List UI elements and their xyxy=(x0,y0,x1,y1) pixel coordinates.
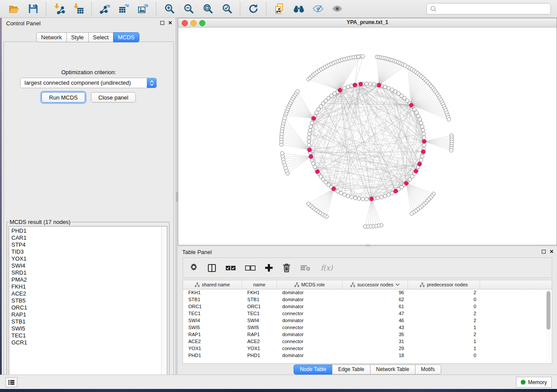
network-node[interactable] xyxy=(420,125,424,128)
dominator-node[interactable] xyxy=(414,169,418,173)
network-node[interactable] xyxy=(309,125,312,128)
network-node[interactable] xyxy=(343,193,346,196)
table-row[interactable]: PHD1PHD1dominator180 xyxy=(183,352,546,359)
network-node[interactable] xyxy=(310,121,314,124)
mcds-result-item[interactable]: SRD1 xyxy=(9,269,161,276)
float-table-panel-icon[interactable] xyxy=(542,250,546,254)
network-node[interactable] xyxy=(416,114,420,117)
mcds-result-item[interactable]: ACE2 xyxy=(9,290,161,297)
column-header-name[interactable]: name xyxy=(242,280,277,289)
mcds-result-item[interactable]: TEC1 xyxy=(9,332,161,339)
dominator-node[interactable] xyxy=(359,82,363,86)
dominator-node[interactable] xyxy=(338,88,342,92)
dominator-node[interactable] xyxy=(377,83,381,87)
zoom-fit-icon[interactable] xyxy=(201,2,215,15)
hide-selected-icon[interactable] xyxy=(311,2,325,15)
copy-network-icon[interactable] xyxy=(272,2,287,15)
network-node[interactable] xyxy=(415,111,418,114)
network-node[interactable] xyxy=(307,202,310,205)
table-scrollbar[interactable] xyxy=(546,290,551,362)
export-image-icon[interactable] xyxy=(136,2,151,15)
network-node[interactable] xyxy=(419,121,423,124)
column-header-shared-name[interactable]: shared name xyxy=(183,280,242,289)
zoom-selected-icon[interactable] xyxy=(220,2,235,15)
delete-columns-icon[interactable] xyxy=(282,263,291,273)
network-node[interactable] xyxy=(307,136,311,139)
network-node[interactable] xyxy=(422,132,426,136)
tab-node-table[interactable]: Node Table xyxy=(294,364,332,375)
mcds-result-scrollbar[interactable] xyxy=(161,227,167,378)
network-node[interactable] xyxy=(383,194,387,198)
mcds-result-item[interactable]: STB5 xyxy=(9,297,161,304)
dominator-node[interactable] xyxy=(394,189,398,193)
table-options-gear-icon[interactable] xyxy=(189,263,198,272)
network-node[interactable] xyxy=(356,55,360,58)
mcds-result-item[interactable]: SWI4 xyxy=(9,262,161,269)
zoom-in-icon[interactable] xyxy=(162,2,177,15)
memory-button[interactable]: Memory xyxy=(516,377,552,388)
network-node[interactable] xyxy=(418,117,422,121)
tab-select[interactable]: Select xyxy=(88,32,114,42)
window-close-button[interactable] xyxy=(182,20,188,26)
network-node[interactable] xyxy=(410,212,413,215)
dominator-node[interactable] xyxy=(353,83,357,87)
mcds-result-item[interactable]: STP4 xyxy=(9,241,161,248)
network-node[interactable] xyxy=(421,128,425,132)
network-node[interactable] xyxy=(365,197,368,201)
dominator-node[interactable] xyxy=(404,181,408,185)
network-node[interactable] xyxy=(363,225,367,228)
network-node[interactable] xyxy=(422,143,426,147)
network-node[interactable] xyxy=(372,83,376,86)
export-table-icon[interactable] xyxy=(117,2,131,15)
tab-mcds[interactable]: MCDS xyxy=(113,32,139,42)
dominator-node[interactable] xyxy=(409,103,413,107)
mcds-result-item[interactable]: CAR1 xyxy=(9,234,161,241)
dominator-node[interactable] xyxy=(332,187,336,191)
network-node[interactable] xyxy=(283,116,286,120)
deselect-all-columns-icon[interactable] xyxy=(245,265,256,271)
mcds-result-item[interactable]: GCR1 xyxy=(9,339,161,346)
show-columns-icon[interactable] xyxy=(208,264,216,272)
network-node[interactable] xyxy=(343,86,346,90)
column-header-MCDS-role[interactable]: MCDS role xyxy=(277,280,343,289)
network-node[interactable] xyxy=(346,194,349,198)
dominator-node[interactable] xyxy=(418,162,422,166)
network-node[interactable] xyxy=(450,148,453,152)
select-all-columns-icon[interactable] xyxy=(225,265,236,271)
tab-motifs[interactable]: Motifs xyxy=(415,364,441,375)
tab-network[interactable]: Network xyxy=(36,32,67,42)
network-node[interactable] xyxy=(376,196,380,199)
mcds-result-item[interactable]: PHD1 xyxy=(9,227,161,234)
network-node[interactable] xyxy=(346,85,349,89)
network-node[interactable] xyxy=(419,158,423,162)
table-row[interactable]: SWI5SWI5connector431 xyxy=(183,324,546,331)
network-node[interactable] xyxy=(361,55,364,58)
network-node[interactable] xyxy=(383,85,387,89)
network-node[interactable] xyxy=(420,155,424,158)
window-minimize-button[interactable] xyxy=(190,20,197,26)
import-table-icon[interactable] xyxy=(71,2,86,15)
dominator-node[interactable] xyxy=(308,148,311,152)
tab-edge-table[interactable]: Edge Table xyxy=(332,364,370,375)
close-table-panel-icon[interactable]: × xyxy=(550,248,554,254)
search-network-icon[interactable] xyxy=(291,2,306,15)
mcds-result-item[interactable]: PMA2 xyxy=(9,276,161,283)
network-node[interactable] xyxy=(313,165,316,168)
open-file-icon[interactable] xyxy=(7,2,21,15)
import-network-icon[interactable] xyxy=(52,2,67,15)
mcds-result-item[interactable]: ORC1 xyxy=(9,304,161,311)
mcds-result-item[interactable]: SWI5 xyxy=(9,325,161,332)
network-node[interactable] xyxy=(339,191,343,195)
network-node[interactable] xyxy=(368,82,372,86)
create-column-icon[interactable] xyxy=(265,264,273,272)
network-node[interactable] xyxy=(307,140,311,143)
criterion-select[interactable]: largest connected component (undirected) xyxy=(20,78,157,88)
network-canvas[interactable] xyxy=(178,28,557,245)
save-session-icon[interactable] xyxy=(26,2,41,15)
show-all-icon[interactable] xyxy=(330,2,345,15)
mcds-result-item[interactable]: TID3 xyxy=(9,248,161,255)
dominator-node[interactable] xyxy=(422,139,426,143)
table-row[interactable]: RAP1RAP1dominator352 xyxy=(183,331,546,338)
table-row[interactable]: TEC1TEC1connector472 xyxy=(183,310,546,317)
search-input[interactable] xyxy=(439,4,550,14)
